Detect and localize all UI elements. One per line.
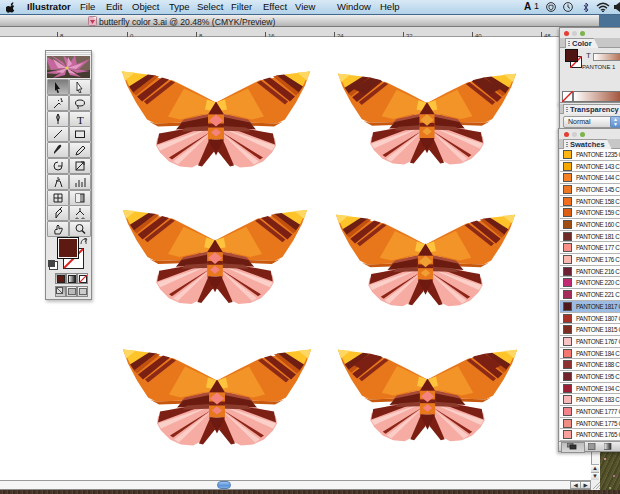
svg-text:T: T	[77, 114, 84, 125]
